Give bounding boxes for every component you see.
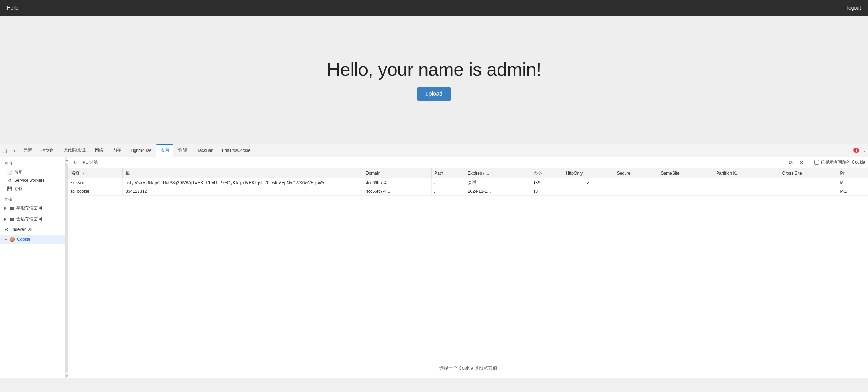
table-cell: /	[432, 178, 465, 187]
page-heading: Hello, your name is admin!	[327, 59, 541, 80]
table-cell	[779, 178, 837, 187]
col-domain[interactable]: Domain	[363, 168, 432, 178]
devtools-sidebar: 应用 📄 清单 ⚙ Service workers 💾 存储	[0, 157, 65, 378]
table-cell: 18	[530, 187, 563, 196]
sidebar-container: 应用 📄 清单 ⚙ Service workers 💾 存储	[0, 157, 68, 378]
table-cell	[779, 187, 837, 196]
col-secure[interactable]: Secure	[614, 168, 658, 178]
table-cell: .eJyrVspMUbkqVlJIUrJS8g20tVWq1VHKLl7PyU_…	[123, 178, 363, 187]
indexeddb-icon: ⊙	[4, 227, 9, 232]
tab-performance[interactable]: 性能	[174, 144, 191, 157]
upload-button[interactable]: upload	[417, 87, 451, 101]
table-cell: 4cc66fc7-4...	[363, 178, 432, 187]
table-cell: 会话	[465, 178, 530, 187]
col-priority[interactable]: Pr...	[837, 168, 868, 178]
refresh-button[interactable]: ↻	[71, 159, 79, 166]
devtools-main-panel: ↻ ▼≡ 过滤 ⊘ ✕ 仅显示有问题的 Cookie	[68, 157, 868, 378]
chevron-right-icon-2: ▶	[4, 217, 7, 221]
inspect-icon[interactable]: ⬚	[1, 147, 8, 154]
sidebar-item-cookie[interactable]: ▼ 🍪 Cookie	[0, 235, 65, 244]
preview-panel: 选择一个 Cookie 以预览其值	[68, 357, 868, 378]
cookie-icon: 🍪	[10, 237, 15, 242]
show-issues-label[interactable]: 仅显示有问题的 Cookie	[814, 159, 865, 165]
table-cell: 2024-11-1...	[465, 187, 530, 196]
table-cell	[713, 178, 779, 187]
tab-network[interactable]: 网络	[91, 144, 108, 157]
tab-hackbar[interactable]: HackBar	[192, 144, 217, 157]
tab-lighthouse[interactable]: Lighthouse	[126, 144, 156, 157]
sidebar-group-application: 📄 清单 ⚙ Service workers 💾 存储	[0, 168, 65, 193]
sidebar-item-indexeddb[interactable]: ⊙ IndexedDB	[0, 225, 65, 234]
logout-link[interactable]: logout	[847, 5, 861, 11]
table-cell	[713, 187, 779, 196]
sidebar-group-local-storage: ▶ ▦ 本地存储空间	[0, 203, 65, 213]
col-expires[interactable]: Expires / ...	[465, 168, 530, 178]
page-content: Hello, your name is admin! upload	[0, 16, 868, 144]
chevron-right-icon: ▶	[4, 206, 7, 210]
local-storage-icon: ▦	[9, 206, 14, 211]
close-cookie-button[interactable]: ✕	[798, 159, 805, 166]
table-cell: 4cc66fc7-4...	[363, 187, 432, 196]
table-cell	[614, 187, 658, 196]
cookie-toolbar: ↻ ▼≡ 过滤 ⊘ ✕ 仅显示有问题的 Cookie	[68, 157, 868, 168]
sidebar-item-local-storage[interactable]: ▶ ▦ 本地存储空间	[0, 203, 65, 213]
preview-text: 选择一个 Cookie 以预览其值	[439, 365, 498, 371]
show-issues-checkbox[interactable]	[814, 160, 819, 165]
table-cell: 139	[530, 178, 563, 187]
table-cell: session	[68, 178, 123, 187]
tab-console[interactable]: 控制台	[37, 144, 58, 157]
col-samesite[interactable]: SameSite	[658, 168, 713, 178]
devtools-icons: ⬚ ▭	[1, 147, 16, 154]
sidebar-section-application: 应用	[0, 159, 65, 168]
filter-label: ▼≡ 过滤	[82, 159, 98, 165]
manifest-icon: 📄	[7, 170, 12, 175]
cookie-table-container: 名称 ▲ 值 Domain Path Expires / ... 大小 Http…	[68, 168, 868, 357]
settings-ellipsis[interactable]: ⋮	[863, 148, 867, 153]
page-title: Hello	[7, 5, 18, 11]
col-value[interactable]: 值	[123, 168, 363, 178]
table-cell	[614, 178, 658, 187]
tab-application[interactable]: 应用	[156, 144, 173, 157]
table-cell: ✓	[563, 178, 614, 187]
sidebar-group-indexeddb: ⊙ IndexedDB	[0, 225, 65, 234]
sidebar-group-cookie: ▼ 🍪 Cookie	[0, 235, 65, 244]
col-cross-site[interactable]: Cross Site	[779, 168, 837, 178]
sidebar-group-session-storage: ▶ ▦ 会话存储空间	[0, 214, 65, 224]
col-partition-key[interactable]: Partition K...	[713, 168, 779, 178]
storage-overview-icon: 💾	[7, 186, 12, 191]
tab-memory[interactable]: 内存	[108, 144, 125, 157]
col-name[interactable]: 名称 ▲	[68, 168, 123, 178]
device-icon[interactable]: ▭	[9, 147, 16, 154]
table-cell	[658, 178, 713, 187]
scroll-thumb	[66, 164, 68, 372]
filter-icon: ▼≡	[82, 160, 88, 165]
table-cell	[563, 187, 614, 196]
col-size[interactable]: 大小	[530, 168, 563, 178]
cookie-table: 名称 ▲ 值 Domain Path Expires / ... 大小 Http…	[68, 168, 868, 196]
sidebar-item-service-workers[interactable]: ⚙ Service workers	[0, 176, 65, 184]
table-header-row: 名称 ▲ 值 Domain Path Expires / ... 大小 Http…	[68, 168, 868, 178]
table-cell: td_cookie	[68, 187, 123, 196]
devtools-body: 应用 📄 清单 ⚙ Service workers 💾 存储	[0, 157, 868, 378]
table-row[interactable]: td_cookie3341273124cc66fc7-4.../2024-11-…	[68, 187, 868, 196]
tab-editthiscookie[interactable]: EditThisCookie	[218, 144, 255, 157]
col-httponly[interactable]: HttpOnly	[563, 168, 614, 178]
col-path[interactable]: Path	[432, 168, 465, 178]
browser-topbar: Hello logout	[0, 0, 868, 16]
sidebar-scrollbar[interactable]: ▲ ▼	[65, 157, 68, 378]
sidebar-item-manifest[interactable]: 📄 清单	[0, 168, 65, 176]
table-cell	[658, 187, 713, 196]
table-row[interactable]: session.eJyrVspMUbkqVlJIUrJS8g20tVWq1VHK…	[68, 178, 868, 187]
tab-elements[interactable]: 元素	[19, 144, 36, 157]
service-workers-icon: ⚙	[7, 178, 12, 183]
toolbar-separator	[810, 159, 810, 166]
devtools-tabs: ⬚ ▭ 元素 控制台 源代码/来源 网络 内存 Lighthouse 应用 性能…	[0, 144, 868, 157]
table-cell: M...	[837, 187, 868, 196]
chevron-down-icon: ▼	[4, 238, 8, 242]
error-badge: 1	[853, 148, 859, 153]
sidebar-item-storage-overview[interactable]: 💾 存储	[0, 184, 65, 193]
tab-sources[interactable]: 源代码/来源	[59, 144, 90, 157]
clear-all-button[interactable]: ⊘	[787, 159, 795, 166]
sidebar-item-session-storage[interactable]: ▶ ▦ 会话存储空间	[0, 214, 65, 224]
table-cell: M...	[837, 178, 868, 187]
